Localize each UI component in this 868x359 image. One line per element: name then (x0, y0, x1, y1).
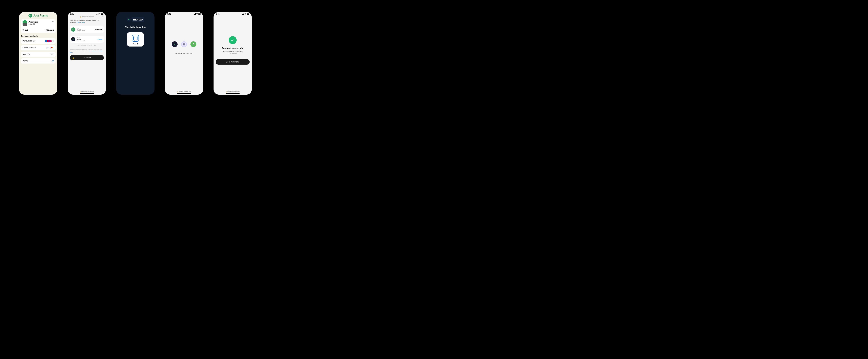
bank-icon-more: + (51, 40, 54, 42)
merchant-node-icon: ✿ (190, 41, 196, 47)
close-button[interactable]: ✕ (102, 16, 104, 18)
stack-icon (183, 43, 185, 46)
brand-name: Just Plants (33, 14, 48, 17)
battery-icon (101, 13, 103, 14)
product-image (23, 21, 27, 26)
battery-icon (198, 13, 201, 14)
confirming-screen: 9:41 ⦿ M ✿ Confirming your payment... pa… (165, 12, 203, 95)
status-time: 9:41 (216, 13, 219, 15)
svg-marker-0 (183, 43, 185, 44)
product-name: Peperomia (28, 21, 38, 23)
method-apple-pay[interactable]: Apple Pay Pay (21, 52, 56, 57)
paypal-icon: PP (52, 60, 54, 62)
secure-header: 🔒 Secure connection ✕ (68, 15, 106, 18)
status-bar: 9:41 ⦿ (214, 12, 252, 15)
bank-auth-screen: M monzo This is the bank flow Face ID (116, 12, 155, 95)
header: 〈 ✿ Just Plants (19, 12, 57, 18)
home-indicator[interactable] (226, 93, 240, 94)
truelayer-logo-icon: ⬡ (87, 45, 88, 46)
from-account: Account ······34 (77, 40, 95, 41)
total-label: Total (23, 29, 28, 32)
method-label: Credit/Debit card (23, 47, 36, 49)
lock-icon: 🔒 (72, 57, 74, 59)
payment-methods-title: Payment methods (19, 34, 57, 37)
method-label: PayPal (23, 60, 28, 62)
mastercard-icon (50, 47, 54, 49)
faceid-prompt[interactable]: Face ID (127, 32, 144, 47)
learn-more-link[interactable]: Learn more (77, 22, 85, 23)
confirming-message: Confirming your payment... (165, 53, 203, 54)
url-bar: payment.truelayer.com (165, 91, 203, 92)
button-label: Go to bank (74, 57, 100, 59)
success-subtitle: You've sent £100.00 to Just Plants. (214, 51, 252, 52)
product-qty: x1 (52, 21, 54, 22)
wifi-icon: ⦿ (196, 13, 198, 15)
faceid-icon (132, 35, 139, 42)
button-label: Go to Just Plants (220, 61, 245, 63)
signal-icon (242, 13, 244, 15)
method-label: Pay by bank app (23, 40, 36, 42)
truelayer-consent-screen: 9:41 ⦿ 🔒 Secure connection ✕ We'll send … (68, 12, 106, 95)
method-paypal[interactable]: PayPal PP (21, 58, 56, 63)
method-card[interactable]: Credit/Debit card VISA (21, 45, 56, 50)
status-time: 9:41 (167, 13, 171, 15)
bank-name: monzo (132, 17, 144, 22)
progress-flow: M ✿ (165, 41, 203, 47)
terms-link[interactable]: Terms of Service (89, 51, 97, 52)
back-button[interactable]: 〈 (21, 14, 24, 17)
brand-logo: ✿ Just Plants (28, 14, 48, 18)
signal-icon (96, 13, 98, 15)
from-label: From (77, 37, 95, 38)
arrow-right-icon: → (245, 61, 247, 63)
wifi-icon: ⦿ (245, 13, 246, 15)
bank-icon: M (71, 37, 75, 41)
pay-amount: £100.00 (95, 28, 102, 31)
from-bank: Monzo (77, 38, 95, 40)
secured-by: SECURED BY ⬡ TRUELAYER (68, 45, 106, 46)
method-label: Apple Pay (23, 53, 31, 55)
method-bank-app[interactable]: Pay by bank app + (21, 38, 56, 44)
success-title: Payment successful (214, 47, 252, 50)
pay-merchant: Just Plants (77, 29, 94, 31)
bank-node-icon: M (172, 41, 178, 47)
pay-label: Pay (77, 28, 94, 29)
signal-icon (194, 13, 196, 15)
from-block: M From Monzo Account ······34 Change (70, 36, 104, 43)
home-indicator[interactable] (80, 93, 94, 94)
home-indicator[interactable] (177, 93, 191, 94)
return-to-merchant-button[interactable]: Go to Just Plants → (216, 59, 250, 65)
bank-flow-message: This is the bank flow (116, 26, 155, 28)
status-bar: 9:41 ⦿ (165, 12, 203, 15)
leaf-icon: ✿ (28, 14, 32, 18)
processor-node-icon (181, 41, 187, 47)
product-price: £100.00 (28, 23, 38, 25)
success-reference: (ref. 123456) (214, 53, 252, 54)
order-summary-card: Peperomia £100.00 x1 Total £100.00 (21, 19, 56, 33)
checkout-screen: 〈 ✿ Just Plants Peperomia £100.00 x1 Tot… (19, 12, 57, 95)
status-bar: 9:41 ⦿ (68, 12, 106, 15)
success-screen: 9:41 ⦿ ✓ Payment successful You've sent … (214, 12, 252, 95)
status-time: 9:41 (70, 13, 73, 15)
merchant-icon: ✿ (71, 27, 75, 32)
bank-brand: M monzo (116, 17, 155, 22)
change-bank-link[interactable]: Change (97, 38, 102, 40)
visa-icon: VISA (46, 47, 50, 49)
legal-text: By continuing you are permitting TrueLay… (68, 46, 106, 54)
url-bar: payment.truelayer.com (68, 91, 106, 92)
wifi-icon: ⦿ (99, 13, 100, 15)
lock-icon: 🔒 (80, 16, 82, 18)
url-bar: payment.truelayer.com (214, 91, 252, 92)
secure-label: Secure connection (82, 16, 94, 18)
apple-pay-icon: Pay (50, 53, 54, 55)
bank-logo-stack: + (45, 40, 54, 42)
go-to-bank-button[interactable]: 🔒 Go to bank → (70, 55, 104, 60)
success-check-icon: ✓ (229, 36, 237, 44)
total-amount: £100.00 (45, 29, 54, 32)
card-logos: VISA (46, 47, 54, 49)
battery-icon (247, 13, 249, 14)
monzo-logo-icon: M (127, 18, 130, 21)
faceid-label: Face ID (128, 43, 142, 45)
pay-block: ✿ Pay Just Plants £100.00 (70, 26, 104, 33)
arrow-right-icon: → (100, 57, 101, 59)
